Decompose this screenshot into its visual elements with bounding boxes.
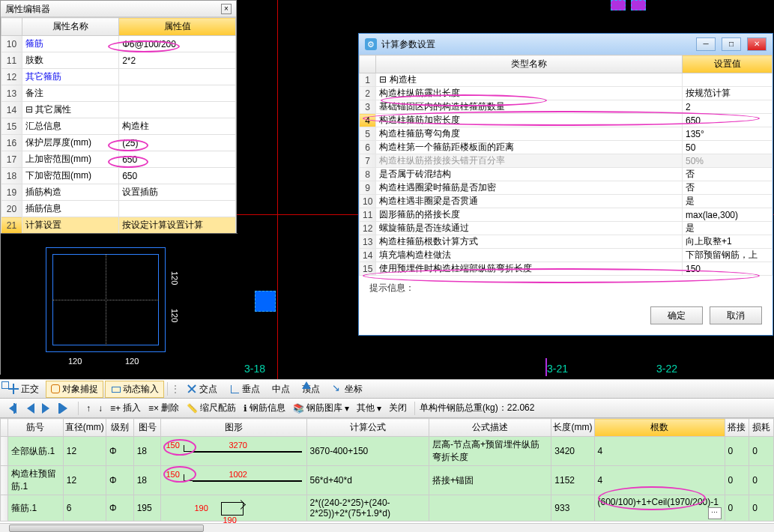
- property-row[interactable]: 14 ⊟ 其它属性: [1, 102, 236, 118]
- perpendicular-snap[interactable]: 垂点: [224, 381, 265, 398]
- nav-prev[interactable]: [21, 402, 37, 415]
- cad-block: [255, 291, 276, 312]
- calc-param-row[interactable]: 12 螺旋箍筋是否连续通过 是: [360, 222, 773, 235]
- nav-next[interactable]: [39, 402, 55, 415]
- section-preview: 120 120 120 120: [1, 233, 238, 375]
- property-row[interactable]: 17 上加密范围(mm) 650: [1, 151, 236, 168]
- snap-toolbar: 正交 对象捕捉 动态输入 ⋮ 交点 垂点 中点 顶点 坐标: [0, 379, 774, 399]
- ok-button[interactable]: 确定: [650, 306, 703, 324]
- calc-param-row[interactable]: 10 构造柱遇非圈梁是否贯通 是: [360, 195, 773, 208]
- action-toolbar: ↑ ↓ ≡+ 插入 ≡× 删除 📏 缩尺配筋 ℹ 钢筋信息 📚 钢筋图库 ▾ 其…: [0, 399, 774, 418]
- close-grid-button[interactable]: 关闭: [386, 400, 410, 416]
- panel-titlebar[interactable]: 属性编辑器 ×: [1, 1, 236, 17]
- maximize-button[interactable]: □: [722, 37, 741, 51]
- hint-label: 提示信息：: [359, 276, 773, 300]
- property-row[interactable]: 19 插筋构造 设置插筋: [1, 184, 236, 201]
- row-up[interactable]: ↑: [83, 402, 94, 415]
- panel-close-icon[interactable]: ×: [221, 4, 232, 14]
- calc-params-dialog: ⚙ 计算参数设置 ─ □ ✕ 类型名称 设置值 1 ⊟ 构造柱 2 构造柱纵筋露…: [358, 33, 773, 336]
- calc-param-row[interactable]: 9 构造柱遇圈梁时箍筋是否加密 否: [360, 181, 773, 195]
- nav-first[interactable]: [3, 402, 19, 415]
- property-row[interactable]: 15 汇总信息 构造柱: [1, 118, 236, 135]
- property-row[interactable]: 16 保护层厚度(mm) (25): [1, 135, 236, 151]
- other-button[interactable]: 其他 ▾: [354, 400, 384, 416]
- property-row[interactable]: 18 下加密范围(mm) 650: [1, 168, 236, 184]
- calc-param-row[interactable]: 14 填充墙构造柱做法 下部预留钢筋，上: [360, 249, 773, 262]
- property-row[interactable]: 12 其它箍筋: [1, 69, 236, 85]
- calc-param-row[interactable]: 5 构造柱箍筋弯勾角度 135°: [360, 127, 773, 141]
- calc-param-row[interactable]: 1 ⊟ 构造柱: [360, 73, 773, 87]
- rebar-row[interactable]: 全部纵筋.112Φ18 1503270 3670-400+150层高-节点高+预…: [1, 437, 774, 466]
- calc-param-row[interactable]: 6 构造柱第一个箍筋距楼板面的距离 50: [360, 141, 773, 154]
- delete-button[interactable]: ≡× 删除: [145, 400, 182, 416]
- dynamic-input-toggle[interactable]: 动态输入: [105, 381, 164, 398]
- midpoint-snap[interactable]: 中点: [267, 381, 295, 398]
- col-value: 属性值: [119, 18, 236, 36]
- minimize-button[interactable]: ─: [696, 37, 716, 51]
- property-editor-panel: 属性编辑器 × 属性名称 属性值 10 箍筋 Φ6@100/20011 肢数 2…: [0, 0, 237, 375]
- app-icon: ⚙: [365, 38, 377, 50]
- col-set-value: 设置值: [683, 55, 773, 73]
- total-weight-label: 单构件钢筋总重(kg)：22.062: [420, 402, 534, 414]
- h-scrollbar[interactable]: [0, 523, 774, 532]
- calc-param-row[interactable]: 4 构造柱箍筋加密长度 650: [360, 114, 773, 127]
- calc-param-row[interactable]: 11 圆形箍筋的搭接长度 max(lae,300): [360, 208, 773, 222]
- cad-label: 3-22: [656, 363, 677, 375]
- cancel-button[interactable]: 取消: [710, 306, 762, 324]
- property-row[interactable]: 11 肢数 2*2: [1, 52, 236, 69]
- calc-param-row[interactable]: 15 使用预埋件时构造柱端部纵筋弯折长度 150: [360, 262, 773, 276]
- calc-param-row[interactable]: 8 是否属于砖混结构 否: [360, 168, 773, 181]
- calc-param-row[interactable]: 2 构造柱纵筋露出长度 按规范计算: [360, 87, 773, 100]
- cad-block: [611, 0, 626, 10]
- calc-param-row[interactable]: 3 基础锚固区内的构造柱箍筋数量 2: [360, 100, 773, 114]
- property-row[interactable]: 21 计算设置 按设定计算设置计算: [1, 217, 236, 234]
- panel-title: 属性编辑器: [5, 1, 50, 17]
- more-button[interactable]: ⋯: [708, 507, 722, 519]
- row-down[interactable]: ↓: [95, 402, 106, 415]
- col-type-name: 类型名称: [376, 55, 683, 73]
- nav-last[interactable]: [57, 402, 73, 415]
- property-row[interactable]: 13 备注: [1, 85, 236, 102]
- dialog-title: 计算参数设置: [381, 34, 435, 55]
- property-row[interactable]: 10 箍筋 Φ6@100/200: [1, 36, 236, 52]
- dialog-titlebar[interactable]: ⚙ 计算参数设置 ─ □ ✕: [359, 34, 773, 55]
- object-snap-toggle[interactable]: 对象捕捉: [46, 381, 103, 398]
- rebar-row[interactable]: 构造柱预留筋.112Φ18 1501002 56*d+40*d搭接+锚固1152…: [1, 466, 774, 495]
- ortho-toggle[interactable]: 正交: [3, 381, 44, 398]
- coord-snap[interactable]: 坐标: [327, 381, 368, 398]
- calc-params-table: 类型名称 设置值 1 ⊟ 构造柱 2 构造柱纵筋露出长度 按规范计算3 基础锚固…: [359, 55, 773, 276]
- property-row[interactable]: 20 插筋信息: [1, 201, 236, 217]
- cad-label: 3-21: [547, 363, 568, 375]
- property-table: 属性名称 属性值 10 箍筋 Φ6@100/20011 肢数 2*212 其它箍…: [1, 17, 236, 250]
- scale-rebar-button[interactable]: 📏 缩尺配筋: [184, 400, 239, 416]
- col-name: 属性名称: [22, 18, 119, 36]
- close-button[interactable]: ✕: [747, 37, 767, 51]
- cad-label: 3-18: [244, 363, 265, 375]
- rebar-info-button[interactable]: ℹ 钢筋信息: [241, 400, 288, 416]
- cad-block: [631, 0, 646, 10]
- rebar-row[interactable]: 箍筋.16Φ195 190190 2*((240-2*25)+(240-2*25…: [1, 495, 774, 522]
- intersection-snap[interactable]: 交点: [181, 381, 223, 398]
- rebar-grid: 筋号 直径(mm) 级别 图号 图形 计算公式 公式描述 长度(mm) 根数 搭…: [0, 418, 774, 523]
- calc-param-row[interactable]: 13 构造柱箍筋根数计算方式 向上取整+1: [360, 235, 773, 249]
- calc-param-row[interactable]: 7 构造柱纵筋搭接接头错开百分率 50%: [360, 154, 773, 168]
- insert-button[interactable]: ≡+ 插入: [107, 400, 144, 416]
- rebar-lib-button[interactable]: 📚 钢筋图库 ▾: [290, 400, 352, 416]
- vertex-snap[interactable]: 顶点: [297, 381, 325, 398]
